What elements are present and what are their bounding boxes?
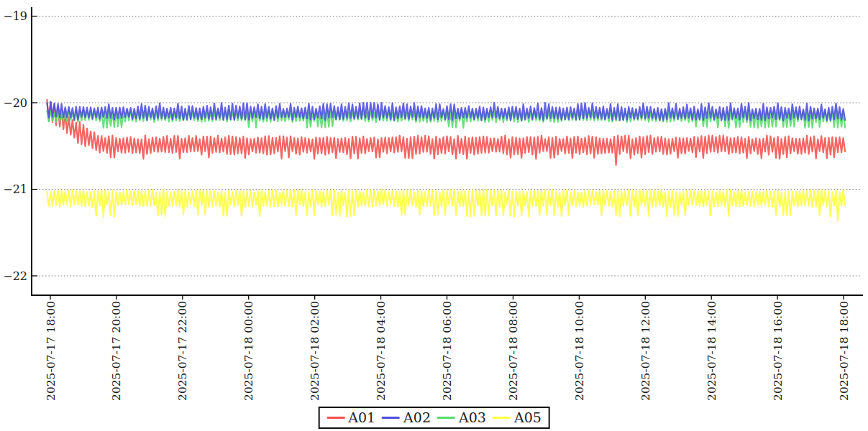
legend-item-A02: A02 xyxy=(382,409,431,425)
legend-swatch-A02 xyxy=(382,417,400,419)
legend-label: A05 xyxy=(514,409,542,425)
y-tick-label: −19 xyxy=(3,9,27,23)
x-tick-label: 2025-07-18 10:00 xyxy=(573,301,586,401)
legend-label: A01 xyxy=(348,409,375,425)
x-tick-label: 2025-07-18 02:00 xyxy=(309,301,321,401)
y-tick-label: −22 xyxy=(3,269,27,283)
chart-page: −19−20−21−222025-07-17 18:002025-07-17 2… xyxy=(0,0,868,431)
chart-canvas: −19−20−21−222025-07-17 18:002025-07-17 2… xyxy=(0,0,868,431)
legend-swatch-A01 xyxy=(326,417,344,419)
x-tick-label: 2025-07-18 08:00 xyxy=(507,301,520,401)
legend-label: A02 xyxy=(403,409,431,425)
series-line-A02 xyxy=(47,102,845,121)
x-tick-label: 2025-07-18 16:00 xyxy=(772,301,785,401)
legend-swatch-A03 xyxy=(437,417,455,419)
legend-item-A01: A01 xyxy=(326,409,375,425)
x-tick-label: 2025-07-18 00:00 xyxy=(242,301,255,401)
y-tick-label: −21 xyxy=(3,182,27,196)
series-line-A05 xyxy=(47,190,845,221)
legend-label: A03 xyxy=(459,409,486,425)
timeseries-chart: −19−20−21−222025-07-17 18:002025-07-17 2… xyxy=(0,0,868,431)
x-tick-label: 2025-07-18 18:00 xyxy=(838,301,851,401)
x-tick-label: 2025-07-18 14:00 xyxy=(705,301,718,401)
x-tick-label: 2025-07-18 06:00 xyxy=(441,301,454,401)
chart-legend: A01A02A03A05 xyxy=(318,407,550,429)
x-tick-label: 2025-07-17 20:00 xyxy=(110,301,123,401)
x-tick-label: 2025-07-18 04:00 xyxy=(375,301,388,401)
x-tick-label: 2025-07-18 12:00 xyxy=(639,301,652,401)
legend-swatch-A05 xyxy=(493,417,511,419)
x-tick-label: 2025-07-17 18:00 xyxy=(45,301,58,401)
legend-item-A03: A03 xyxy=(437,409,486,425)
x-tick-label: 2025-07-17 22:00 xyxy=(176,301,189,401)
legend-item-A05: A05 xyxy=(493,409,542,425)
y-tick-label: −20 xyxy=(3,96,27,110)
